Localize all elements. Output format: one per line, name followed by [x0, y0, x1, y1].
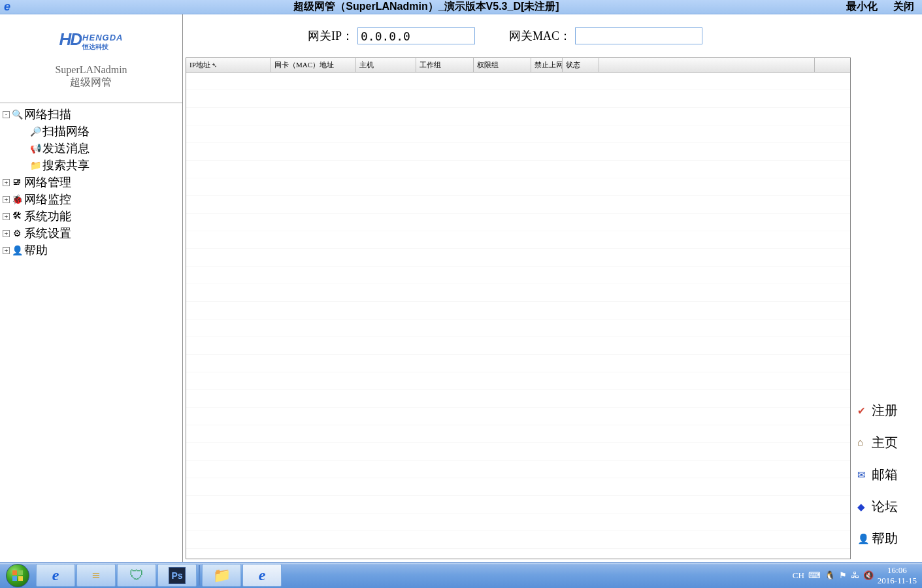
main-content: 网关IP： 网关MAC： IP地址➴网卡（MAC）地址主机工作组权限组禁止上网状… — [183, 14, 853, 562]
taskbar-app-active[interactable]: e — [242, 564, 282, 587]
tray-flag-icon[interactable]: ⚑ — [839, 570, 847, 581]
tree-item-4[interactable]: +🖳网络管理 — [1, 174, 181, 191]
gateway-ip-input[interactable] — [357, 27, 475, 44]
lines-icon: ≡ — [92, 567, 100, 584]
tree-item-7[interactable]: +⚙系统设置 — [1, 225, 181, 242]
tree-expander[interactable]: + — [3, 213, 10, 220]
column-header-4[interactable]: 权限组 — [474, 58, 531, 72]
ime-indicator[interactable]: CH — [793, 570, 804, 581]
speaker-icon: 📢 — [29, 142, 41, 154]
system-tray: CH ⌨ 🐧 ⚑ 🖧 🔇 16:06 2016-11-15 — [787, 563, 922, 588]
column-header-3[interactable]: 工作组 — [416, 58, 474, 72]
column-header-0[interactable]: IP地址➴ — [186, 58, 271, 72]
right-button-label: 论坛 — [872, 498, 898, 515]
taskbar-ie-button[interactable]: e — [36, 564, 75, 587]
tree-item-1[interactable]: 🔎扫描网络 — [1, 123, 181, 140]
tray-clock[interactable]: 16:06 2016-11-15 — [878, 565, 917, 585]
tree-item-2[interactable]: 📢发送消息 — [1, 140, 181, 157]
tree-item-label: 发送消息 — [42, 140, 90, 156]
tree-expander — [21, 128, 28, 135]
taskbar-app-button-1[interactable]: ≡ — [76, 564, 116, 587]
shield-icon: 🛡 — [129, 567, 144, 584]
gateway-mac-input[interactable] — [575, 27, 702, 44]
titlebar: e 超级网管（SuperLANadmin）_演示版本V5.3_D[未注册] 最小… — [0, 0, 922, 14]
help-button[interactable]: 👤帮助 — [853, 529, 922, 549]
start-button[interactable] — [0, 563, 35, 588]
tree-item-label: 系统设置 — [24, 225, 71, 241]
product-cn: 超级网管 — [55, 76, 127, 88]
gateway-bar: 网关IP： 网关MAC： — [183, 14, 853, 57]
product-name: SuperLANadmin 超级网管 — [55, 63, 127, 88]
tree-item-5[interactable]: +🐞网络监控 — [1, 191, 181, 208]
tree-item-3[interactable]: 📁搜索共享 — [1, 157, 181, 174]
logo-area: HD HENGDA 恒达科技 SuperLANadmin 超级网管 — [0, 14, 182, 103]
taskbar: e ≡ 🛡 Ps 📁 e CH ⌨ 🐧 ⚑ 🖧 🔇 16:06 2016-11-… — [0, 562, 922, 588]
tray-qq-icon[interactable]: 🐧 — [825, 570, 835, 581]
tree-expander[interactable]: - — [3, 111, 10, 118]
gateway-mac-label: 网关MAC： — [509, 28, 571, 44]
tree-item-label: 系统功能 — [24, 208, 71, 224]
column-label: 主机 — [359, 60, 374, 70]
tree-expander[interactable]: + — [3, 247, 10, 254]
help-user-icon: 👤 — [11, 244, 23, 256]
tree-item-0[interactable]: -🔍网络扫描 — [1, 106, 181, 123]
column-header-2[interactable]: 主机 — [356, 58, 416, 72]
taskbar-app-button-2[interactable]: 🛡 — [117, 564, 156, 587]
folder-search-icon: 📁 — [29, 159, 41, 171]
right-button-label: 注册 — [872, 402, 898, 419]
tree-item-label: 网络管理 — [24, 174, 71, 190]
tree-item-label: 搜索共享 — [42, 157, 90, 173]
brand-logo: HD HENGDA 恒达科技 — [59, 29, 123, 50]
svg-rect-1 — [18, 570, 23, 575]
clock-date: 2016-11-15 — [878, 576, 917, 586]
taskbar-explorer-button[interactable]: 📁 — [202, 564, 241, 587]
settings-icon: ⚙ — [11, 227, 23, 239]
folder-icon: 📁 — [213, 567, 231, 584]
column-header-1[interactable]: 网卡（MAC）地址 — [271, 58, 356, 72]
register-icon: ✔ — [857, 405, 869, 417]
close-button[interactable]: 关闭 — [885, 0, 922, 14]
column-header-6[interactable]: 状态 — [563, 58, 599, 72]
tray-network-icon[interactable]: 🖧 — [851, 570, 859, 581]
column-label: 工作组 — [420, 60, 441, 70]
svg-rect-0 — [12, 570, 17, 575]
right-button-label: 帮助 — [872, 530, 898, 547]
taskbar-separator — [199, 565, 200, 585]
svg-rect-3 — [18, 576, 23, 581]
register-button[interactable]: ✔注册 — [853, 400, 922, 421]
tree-expander — [21, 145, 28, 152]
svg-rect-2 — [12, 576, 17, 581]
column-label: 禁止上网 — [535, 60, 563, 70]
tray-keyboard-icon[interactable]: ⌨ — [808, 570, 821, 581]
table-body[interactable] — [186, 73, 850, 559]
column-label: 状态 — [566, 60, 580, 70]
minimize-button[interactable]: 最小化 — [838, 0, 885, 14]
logo-hd: HD — [59, 29, 82, 50]
logo-cn: 恒达科技 — [82, 44, 123, 50]
right-button-label: 主页 — [872, 434, 898, 451]
tree-expander[interactable]: + — [3, 196, 10, 203]
ie-icon: e — [52, 566, 59, 584]
mail-button[interactable]: ✉邮箱 — [853, 465, 922, 485]
sidebar: HD HENGDA 恒达科技 SuperLANadmin 超级网管 -🔍网络扫描… — [0, 14, 183, 562]
tree-item-8[interactable]: +👤帮助 — [1, 242, 181, 259]
gateway-ip-label: 网关IP： — [308, 28, 354, 44]
column-header-7[interactable] — [599, 58, 815, 72]
tree-item-6[interactable]: +🛠系统功能 — [1, 208, 181, 225]
tray-volume-icon[interactable]: 🔇 — [863, 570, 874, 581]
logo-en: HENGDA — [82, 33, 123, 42]
forum-icon: ◆ — [857, 501, 869, 513]
tree-expander[interactable]: + — [3, 179, 10, 186]
tree-item-label: 网络监控 — [24, 191, 71, 207]
home-button[interactable]: ⌂主页 — [853, 433, 922, 453]
forum-button[interactable]: ◆论坛 — [853, 497, 922, 517]
window-title: 超级网管（SuperLANadmin）_演示版本V5.3_D[未注册] — [14, 0, 838, 14]
sort-arrow-icon: ➴ — [212, 61, 217, 69]
magnifier-icon: 🔍 — [11, 108, 23, 120]
taskbar-ps-button[interactable]: Ps — [157, 564, 197, 587]
tree-expander[interactable]: + — [3, 230, 10, 237]
tools-icon: 🛠 — [11, 210, 23, 222]
windows-logo-icon — [11, 569, 24, 582]
right-button-label: 邮箱 — [872, 466, 898, 483]
column-header-5[interactable]: 禁止上网 — [531, 58, 563, 72]
